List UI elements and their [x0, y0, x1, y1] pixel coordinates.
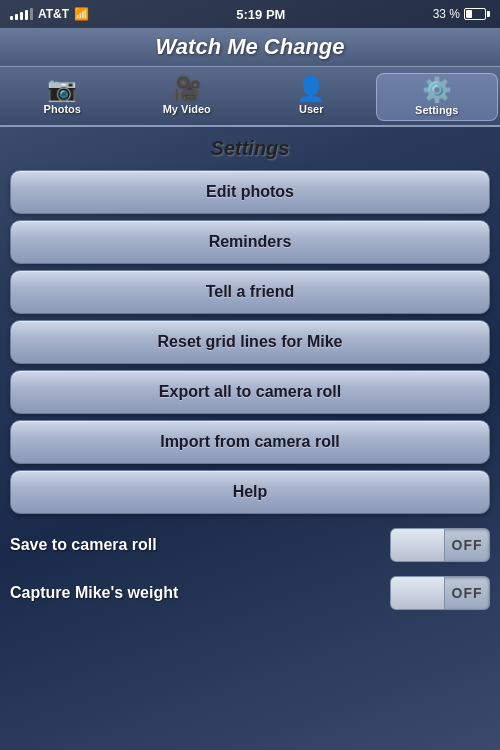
tell-a-friend-button[interactable]: Tell a friend	[10, 270, 490, 314]
phone-frame: AT&T 📶 5:19 PM 33 % Watch Me Change 📷 Ph…	[0, 0, 500, 750]
app-title-bar: Watch Me Change	[0, 28, 500, 67]
capture-weight-row: Capture Mike's weight OFF	[10, 572, 490, 614]
toggle-knob	[391, 529, 445, 561]
tab-photos[interactable]: 📷 Photos	[2, 73, 123, 121]
tab-settings-label: Settings	[415, 104, 458, 116]
save-camera-roll-row: Save to camera roll OFF	[10, 524, 490, 566]
tab-photos-label: Photos	[44, 103, 81, 115]
help-button[interactable]: Help	[10, 470, 490, 514]
save-camera-roll-label: Save to camera roll	[10, 536, 157, 554]
tab-user[interactable]: 👤 User	[251, 73, 372, 121]
status-right: 33 %	[433, 7, 490, 21]
photos-icon: 📷	[47, 77, 77, 101]
battery-icon	[464, 8, 490, 20]
signal-bars-icon	[10, 8, 33, 20]
tab-user-label: User	[299, 103, 323, 115]
reminders-button[interactable]: Reminders	[10, 220, 490, 264]
capture-weight-label: Capture Mike's weight	[10, 584, 178, 602]
reset-grid-button[interactable]: Reset grid lines for Mike	[10, 320, 490, 364]
battery-percent: 33 %	[433, 7, 460, 21]
tab-settings[interactable]: ⚙️ Settings	[376, 73, 499, 121]
capture-weight-value: OFF	[445, 585, 489, 601]
user-icon: 👤	[296, 77, 326, 101]
export-camera-button[interactable]: Export all to camera roll	[10, 370, 490, 414]
tab-my-video[interactable]: 🎥 My Video	[127, 73, 248, 121]
edit-photos-button[interactable]: Edit photos	[10, 170, 490, 214]
app-title-text: Watch Me Change	[155, 34, 344, 59]
toggle-knob-2	[391, 577, 445, 609]
capture-weight-toggle[interactable]: OFF	[390, 576, 490, 610]
wifi-icon: 📶	[74, 7, 89, 21]
settings-icon: ⚙️	[422, 78, 452, 102]
time-label: 5:19 PM	[236, 7, 285, 22]
carrier-label: AT&T	[38, 7, 69, 21]
tab-bar: 📷 Photos 🎥 My Video 👤 User ⚙️ Settings	[0, 67, 500, 127]
status-left: AT&T 📶	[10, 7, 89, 21]
section-title: Settings	[10, 137, 490, 160]
toggle-section: Save to camera roll OFF Capture Mike's w…	[10, 524, 490, 614]
tab-my-video-label: My Video	[163, 103, 211, 115]
save-camera-roll-value: OFF	[445, 537, 489, 553]
video-icon: 🎥	[172, 77, 202, 101]
save-camera-roll-toggle[interactable]: OFF	[390, 528, 490, 562]
status-bar: AT&T 📶 5:19 PM 33 %	[0, 0, 500, 28]
import-camera-button[interactable]: Import from camera roll	[10, 420, 490, 464]
main-content: Settings Edit photos Reminders Tell a fr…	[0, 127, 500, 750]
